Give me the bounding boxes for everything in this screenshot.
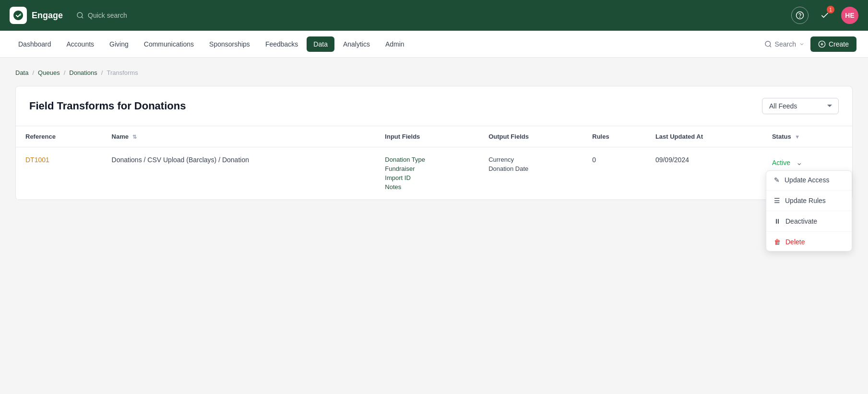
col-rules: Rules <box>583 126 646 147</box>
app-name: Engage <box>32 11 63 21</box>
context-menu-update-rules[interactable]: ☰ Update Rules <box>766 191 852 210</box>
table-row: DT1001 Donations / CSV Upload (Barclays)… <box>16 147 852 200</box>
status-filter-icon: ▼ <box>795 134 800 140</box>
create-button-label: Create <box>829 40 849 48</box>
edit-icon: ✎ <box>774 176 780 184</box>
nav-item-accounts[interactable]: Accounts <box>60 36 101 52</box>
nav-item-dashboard[interactable]: Dashboard <box>12 36 58 52</box>
context-menu-delete[interactable]: 🗑 Delete <box>766 233 852 251</box>
input-field-import-id: Import ID <box>385 174 469 181</box>
status-badge: Active <box>772 159 790 167</box>
nav-item-analytics[interactable]: Analytics <box>336 36 377 52</box>
deactivate-label: Deactivate <box>785 217 817 225</box>
output-field-donation-date: Donation Date <box>488 165 573 172</box>
notifications-button[interactable]: 1 <box>816 7 833 24</box>
pause-icon: ⏸ <box>774 217 781 225</box>
nav-item-communications[interactable]: Communications <box>137 36 201 52</box>
app-logo-icon[interactable] <box>10 7 27 24</box>
col-name[interactable]: Name ⇅ <box>102 126 376 147</box>
top-bar: Engage Quick search 1 HE <box>0 0 868 31</box>
row-reference: DT1001 <box>16 147 102 200</box>
reference-link[interactable]: DT1001 <box>25 156 49 164</box>
col-input-fields: Input Fields <box>375 126 479 147</box>
nav-item-data[interactable]: Data <box>307 36 334 52</box>
nav-item-sponsorships[interactable]: Sponsorships <box>202 36 257 52</box>
name-sort-icon: ⇅ <box>132 134 137 140</box>
breadcrumb-donations[interactable]: Donations <box>69 69 97 76</box>
nav-item-admin[interactable]: Admin <box>379 36 411 52</box>
row-output-fields: Currency Donation Date <box>479 147 583 200</box>
context-menu: ✎ Update Access ☰ Update Rules <box>766 170 852 251</box>
top-bar-right: 1 HE <box>791 7 858 24</box>
col-output-fields: Output Fields <box>479 126 583 147</box>
breadcrumb-data[interactable]: Data <box>15 69 28 76</box>
create-button[interactable]: Create <box>810 36 856 52</box>
col-reference: Reference <box>16 126 102 147</box>
search-icon <box>76 12 84 19</box>
update-rules-label: Update Rules <box>785 197 826 204</box>
help-icon <box>796 11 804 20</box>
nav-search-icon <box>764 40 772 48</box>
input-field-notes: Notes <box>385 183 469 191</box>
col-last-updated: Last Updated At <box>646 126 762 147</box>
nav-search-chevron-icon <box>799 41 805 47</box>
main-content: Data / Queues / Donations / Transforms F… <box>0 58 868 212</box>
page-card: Field Transforms for Donations All Feeds… <box>15 86 853 200</box>
user-avatar[interactable]: HE <box>841 7 858 24</box>
row-status: Active ⌄ ✎ Update Access <box>762 147 852 200</box>
secondary-nav: Dashboard Accounts Giving Communications… <box>0 31 868 58</box>
delete-label: Delete <box>785 238 805 246</box>
menu-divider-2 <box>766 211 852 211</box>
svg-line-1 <box>82 17 83 18</box>
quick-search[interactable]: Quick search <box>76 12 127 19</box>
logo-wrapper: Engage <box>10 7 63 24</box>
breadcrumb-sep-2: / <box>64 69 66 76</box>
svg-point-4 <box>765 41 771 47</box>
nav-item-giving[interactable]: Giving <box>103 36 135 52</box>
breadcrumb-sep-1: / <box>32 69 34 76</box>
table-header-row: Reference Name ⇅ Input Fields Output Fie… <box>16 126 852 147</box>
svg-point-0 <box>77 12 83 18</box>
update-access-label: Update Access <box>785 176 829 184</box>
col-status[interactable]: Status ▼ <box>762 126 852 147</box>
row-name: Donations / CSV Upload (Barclays) / Dona… <box>102 147 376 200</box>
feed-select[interactable]: All Feeds Feed 1 Feed 2 <box>762 98 839 114</box>
nav-search[interactable]: Search <box>764 40 805 48</box>
list-icon: ☰ <box>774 197 780 204</box>
breadcrumb: Data / Queues / Donations / Transforms <box>15 69 853 76</box>
row-rules: 0 <box>583 147 646 200</box>
context-menu-update-access[interactable]: ✎ Update Access <box>766 171 852 189</box>
page-title: Field Transforms for Donations <box>29 100 186 112</box>
menu-divider-1 <box>766 190 852 191</box>
svg-line-5 <box>770 46 771 47</box>
status-cell: Active ⌄ ✎ Update Access <box>772 156 843 169</box>
context-menu-deactivate[interactable]: ⏸ Deactivate <box>766 212 852 230</box>
nav-right-actions: Search Create <box>764 36 856 52</box>
breadcrumb-sep-3: / <box>101 69 103 76</box>
output-field-currency: Currency <box>488 156 573 163</box>
table-wrapper: Reference Name ⇅ Input Fields Output Fie… <box>16 126 852 200</box>
plus-circle-icon <box>818 40 826 48</box>
nav-search-label: Search <box>775 40 796 48</box>
trash-icon: 🗑 <box>774 238 781 246</box>
breadcrumb-current: Transforms <box>107 69 138 76</box>
transforms-table: Reference Name ⇅ Input Fields Output Fie… <box>16 126 852 200</box>
menu-divider-3 <box>766 231 852 232</box>
nav-item-feedbacks[interactable]: Feedbacks <box>259 36 305 52</box>
notification-badge: 1 <box>827 6 834 13</box>
status-dropdown-chevron[interactable]: ⌄ <box>794 156 804 169</box>
card-header: Field Transforms for Donations All Feeds… <box>16 86 852 126</box>
row-last-updated: 09/09/2024 <box>646 147 762 200</box>
input-field-donation-type: Donation Type <box>385 156 469 163</box>
row-input-fields: Donation Type Fundraiser Import ID Notes <box>375 147 479 200</box>
breadcrumb-queues[interactable]: Queues <box>38 69 60 76</box>
help-button[interactable] <box>791 7 809 24</box>
input-field-fundraiser: Fundraiser <box>385 165 469 172</box>
